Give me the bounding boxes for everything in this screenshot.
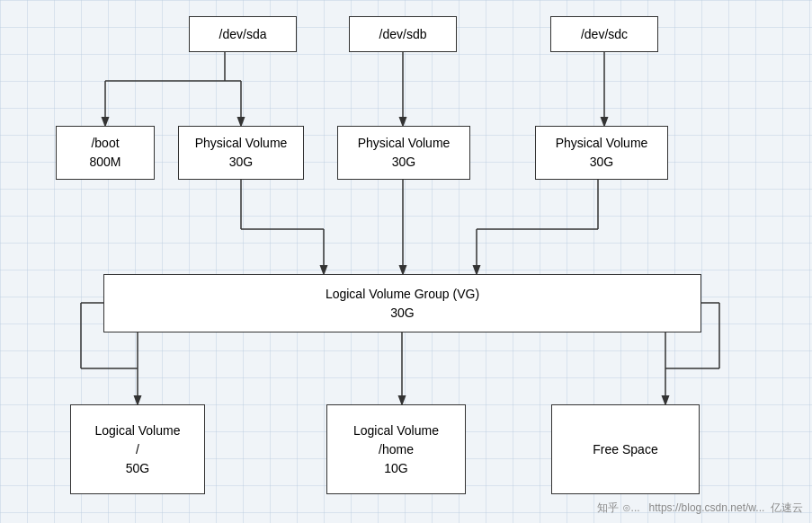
watermark: 知乎 ⊙... https://blog.csdn.net/w... 亿速云	[597, 501, 803, 516]
box-lv1: Logical Volume/50G	[70, 404, 205, 494]
box-sda: /dev/sda	[189, 16, 297, 52]
box-pv2: Physical Volume30G	[337, 126, 470, 180]
box-pv3: Physical Volume30G	[535, 126, 668, 180]
box-boot: /boot800M	[56, 126, 155, 180]
diagram: /dev/sda /dev/sdb /dev/sdc /boot800M Phy…	[0, 0, 812, 523]
box-lv2: Logical Volume/home10G	[326, 404, 466, 494]
box-sdc: /dev/sdc	[550, 16, 658, 52]
box-free-space: Free Space	[551, 404, 700, 494]
box-sdb: /dev/sdb	[349, 16, 457, 52]
box-pv1: Physical Volume30G	[178, 126, 304, 180]
box-vg: Logical Volume Group (VG)30G	[103, 274, 701, 332]
